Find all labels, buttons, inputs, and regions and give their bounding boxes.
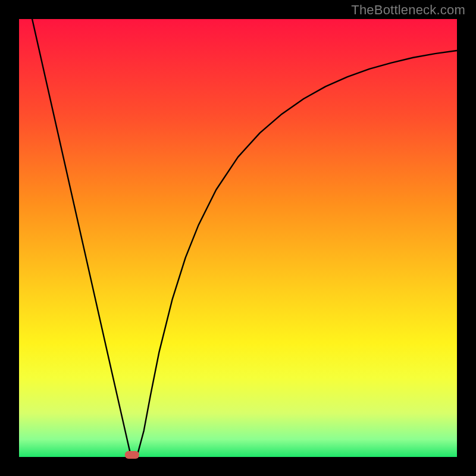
plot-background [19,19,457,457]
bottleneck-chart [0,0,476,476]
watermark-text: TheBottleneck.com [351,2,465,18]
optimal-marker [125,451,139,459]
chart-frame: TheBottleneck.com [0,0,476,476]
